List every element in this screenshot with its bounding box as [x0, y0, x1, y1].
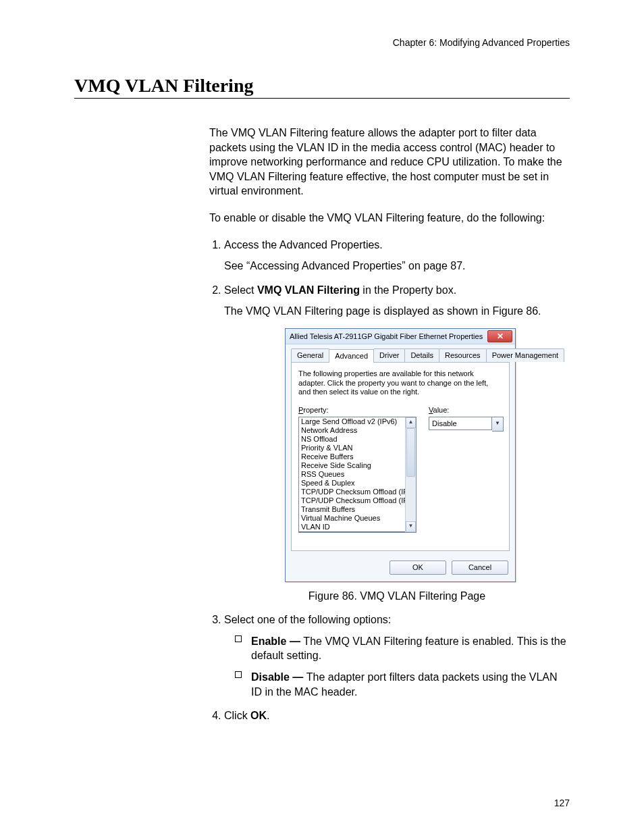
- cancel-button[interactable]: Cancel: [452, 561, 508, 575]
- tab-general[interactable]: General: [291, 348, 329, 362]
- property-item[interactable]: TCP/UDP Checksum Offload (IPv6: [299, 496, 416, 505]
- tab-resources[interactable]: Resources: [439, 348, 487, 362]
- ok-button[interactable]: OK: [390, 561, 446, 575]
- option-enable-label: Enable —: [251, 635, 303, 647]
- scroll-down-icon[interactable]: ▼: [406, 521, 416, 532]
- step-1-sub: See “Accessing Advanced Properties” on p…: [224, 259, 570, 273]
- tab-body-advanced: The following properties are available f…: [291, 362, 510, 551]
- bullet-icon: [235, 671, 242, 678]
- figure-caption: Figure 86. VMQ VLAN Filtering Page: [224, 589, 570, 604]
- step-2: Select VMQ VLAN Filtering in the Propert…: [224, 283, 570, 603]
- step-2-strong: VMQ VLAN Filtering: [257, 284, 360, 296]
- property-item[interactable]: RSS Queues: [299, 470, 416, 479]
- value-selected: Disable: [429, 417, 492, 430]
- property-item[interactable]: NS Offload: [299, 435, 416, 444]
- dialog-title: Allied Telesis AT-2911GP Gigabit Fiber E…: [290, 332, 483, 342]
- step-4-strong: OK: [250, 710, 267, 721]
- property-listbox[interactable]: Large Send Offload v2 (IPv6)Network Addr…: [298, 417, 417, 533]
- property-item[interactable]: Priority & VLAN: [299, 444, 416, 452]
- property-item[interactable]: Speed & Duplex: [299, 479, 416, 488]
- figure-86: Allied Telesis AT-2911GP Gigabit Fiber E…: [285, 328, 521, 582]
- close-button[interactable]: ✕: [487, 330, 512, 342]
- property-item[interactable]: Receive Side Scaling: [299, 461, 416, 470]
- step-1: Access the Advanced Properties. See “Acc…: [224, 238, 570, 273]
- step-2-pre: Select: [224, 284, 257, 296]
- step-4-post: .: [267, 710, 269, 721]
- value-dropdown[interactable]: Disable ▼: [429, 417, 504, 432]
- page-title: VMQ VLAN Filtering: [74, 75, 570, 99]
- property-item[interactable]: VLAN ID: [299, 523, 416, 531]
- option-enable: Enable — The VMQ VLAN Filtering feature …: [224, 634, 570, 663]
- scroll-thumb[interactable]: [406, 428, 415, 477]
- tab-power[interactable]: Power Management: [486, 348, 564, 362]
- close-icon: ✕: [497, 332, 504, 340]
- property-item[interactable]: Transmit Buffers: [299, 505, 416, 514]
- dialog-description: The following properties are available f…: [298, 369, 502, 397]
- page-number: 127: [554, 798, 570, 808]
- step-2-post: in the Property box.: [360, 284, 456, 296]
- step-4: Click OK.: [224, 708, 570, 723]
- property-label: Property:: [298, 405, 417, 415]
- tab-details[interactable]: Details: [404, 348, 439, 362]
- step-4-pre: Click: [224, 710, 250, 721]
- option-disable: Disable — The adapter port filters data …: [224, 670, 570, 699]
- properties-dialog: Allied Telesis AT-2911GP Gigabit Fiber E…: [285, 328, 516, 582]
- dialog-titlebar: Allied Telesis AT-2911GP Gigabit Fiber E…: [286, 329, 515, 344]
- property-item[interactable]: TCP/UDP Checksum Offload (IPv4: [299, 488, 416, 496]
- tab-driver[interactable]: Driver: [373, 348, 405, 362]
- step-3: Select one of the following options: Ena…: [224, 613, 570, 699]
- step-1-text: Access the Advanced Properties.: [224, 239, 383, 251]
- scroll-up-icon[interactable]: ▲: [406, 417, 416, 428]
- value-label: Value:: [429, 405, 504, 415]
- option-disable-label: Disable —: [251, 671, 306, 683]
- tab-strip: General Advanced Driver Details Resource…: [286, 344, 515, 362]
- dialog-button-row: OK Cancel: [286, 556, 515, 581]
- property-item[interactable]: Receive Buffers: [299, 452, 416, 461]
- property-item[interactable]: VMQ VLAN Filtering: [299, 531, 416, 533]
- property-item[interactable]: Virtual Machine Queues: [299, 514, 416, 523]
- step-2-sub: The VMQ VLAN Filtering page is displayed…: [224, 304, 570, 319]
- chapter-header: Chapter 6: Modifying Advanced Properties: [74, 37, 570, 48]
- step-3-text: Select one of the following options:: [224, 614, 391, 625]
- property-item[interactable]: Large Send Offload v2 (IPv6): [299, 417, 416, 426]
- intro-paragraph-2: To enable or disable the VMQ VLAN Filter…: [209, 211, 570, 226]
- listbox-scrollbar[interactable]: ▲ ▼: [405, 417, 416, 532]
- chevron-down-icon[interactable]: ▼: [492, 417, 504, 432]
- property-item[interactable]: Network Address: [299, 426, 416, 435]
- tab-advanced[interactable]: Advanced: [329, 349, 374, 363]
- bullet-icon: [235, 635, 242, 642]
- intro-paragraph-1: The VMQ VLAN Filtering feature allows th…: [209, 126, 570, 199]
